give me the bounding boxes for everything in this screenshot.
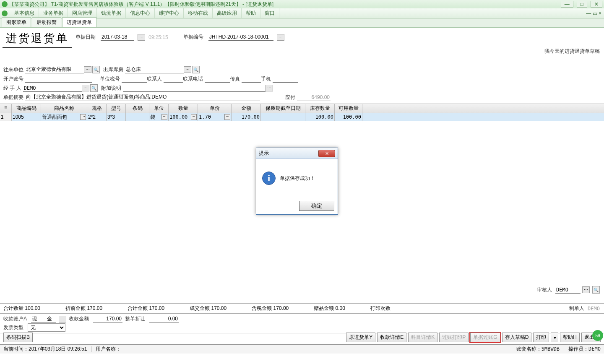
info-dialog: 提示 ✕ i 单据保存成功！ 确定 bbox=[256, 148, 338, 215]
info-icon: i bbox=[262, 172, 276, 185]
dialog-title: 提示 bbox=[259, 150, 269, 157]
dialog-ok-button[interactable]: 确定 bbox=[299, 201, 334, 211]
dialog-close-button[interactable]: ✕ bbox=[318, 150, 335, 157]
dialog-titlebar: 提示 ✕ bbox=[256, 148, 338, 159]
dialog-overlay: 提示 ✕ i 单据保存成功！ 确定 bbox=[0, 0, 604, 364]
dialog-message: 单据保存成功！ bbox=[280, 175, 315, 182]
